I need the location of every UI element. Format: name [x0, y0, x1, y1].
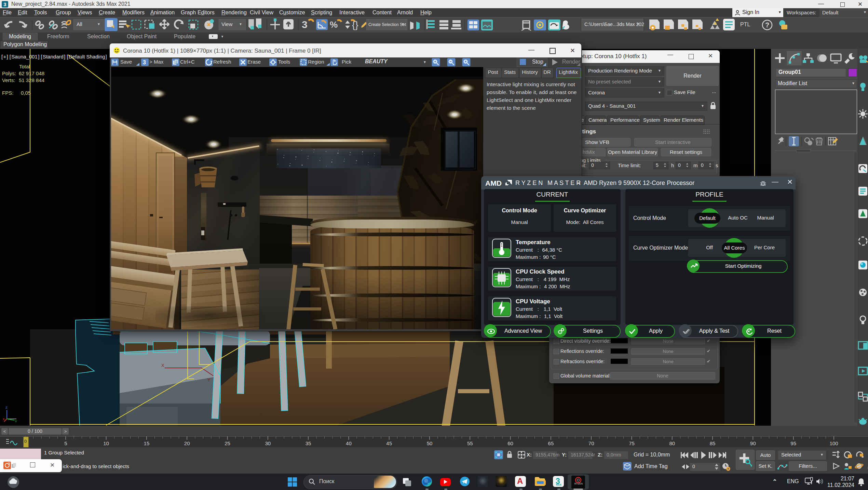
svg-text:{}: {}	[352, 19, 358, 30]
svg-text:60: 60	[507, 440, 513, 446]
svg-text:RYZEN: RYZEN	[574, 482, 583, 485]
svg-text:45: 45	[386, 440, 392, 446]
svg-text:75: 75	[629, 440, 635, 446]
svg-text:x: x	[3, 417, 5, 421]
svg-text:85: 85	[710, 440, 716, 446]
svg-text:35: 35	[306, 440, 311, 446]
svg-text:3: 3	[302, 19, 308, 30]
svg-text:25: 25	[225, 440, 230, 446]
svg-text:50: 50	[427, 440, 433, 446]
svg-text:70: 70	[588, 440, 594, 446]
svg-text:20: 20	[184, 440, 190, 446]
svg-text:z: z	[5, 405, 8, 409]
svg-text:65: 65	[548, 440, 554, 446]
svg-text:?: ?	[765, 21, 769, 29]
svg-text:55: 55	[467, 440, 473, 446]
svg-text:95: 95	[790, 440, 796, 446]
svg-text:15: 15	[144, 440, 150, 446]
svg-text:90: 90	[750, 440, 756, 446]
svg-text:3: 3	[143, 59, 146, 65]
svg-text:80: 80	[669, 440, 675, 446]
svg-text:40: 40	[346, 440, 352, 446]
svg-text:100: 100	[829, 440, 838, 446]
svg-text:%: %	[330, 19, 338, 30]
svg-text:5: 5	[64, 440, 67, 446]
svg-text:Y: Y	[207, 377, 211, 382]
svg-text:X: X	[161, 363, 164, 368]
svg-text:y: y	[15, 419, 17, 422]
svg-text:10: 10	[103, 440, 109, 446]
svg-text:30: 30	[265, 440, 271, 446]
